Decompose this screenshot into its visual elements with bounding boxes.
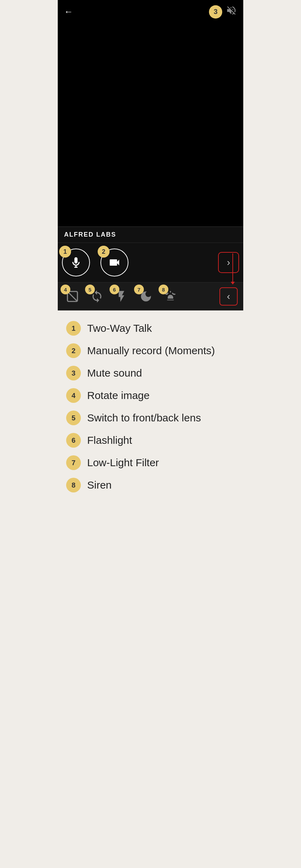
- legend-item: 1 Two-Way Talk: [66, 321, 235, 336]
- mic-button[interactable]: 1: [62, 248, 90, 276]
- legend-item: 3 Mute sound: [66, 366, 235, 380]
- legend-badge: 7: [66, 455, 81, 470]
- legend-label: Siren: [87, 479, 112, 491]
- badge-1: 1: [59, 246, 71, 258]
- legend-badge: 5: [66, 411, 81, 425]
- lowlight-button[interactable]: 7: [137, 287, 155, 306]
- camera-view: [58, 23, 243, 226]
- siren-button[interactable]: 8: [161, 287, 180, 306]
- badge-7: 7: [134, 285, 144, 294]
- legend-badge: 6: [66, 433, 81, 448]
- legend-item: 2 Manually record (Moments): [66, 343, 235, 358]
- legend-item: 6 Flashlight: [66, 433, 235, 448]
- mic-icon: [70, 256, 82, 269]
- flashlight-button[interactable]: 6: [112, 287, 131, 306]
- legend-label: Flashlight: [87, 434, 132, 446]
- secondary-controls-bar: 4 5 6 7: [58, 282, 243, 310]
- svg-line-1: [68, 292, 78, 302]
- video-icon: [108, 256, 121, 269]
- expand-button[interactable]: ›: [218, 252, 239, 273]
- badge-2: 2: [98, 246, 110, 258]
- legend-label: Two-Way Talk: [87, 322, 152, 334]
- badge-3: 3: [209, 5, 222, 19]
- back-button[interactable]: ←: [64, 6, 73, 17]
- brand-label: ALFRED LABS: [58, 226, 243, 243]
- legend-section: 1 Two-Way Talk 2 Manually record (Moment…: [58, 310, 243, 514]
- switch-lens-button[interactable]: 5: [88, 287, 106, 306]
- badge-8: 8: [159, 285, 168, 294]
- legend-label: Manually record (Moments): [87, 345, 215, 357]
- legend-item: 4 Rotate image: [66, 388, 235, 403]
- legend-badge: 3: [66, 366, 81, 380]
- legend-badge: 2: [66, 343, 81, 358]
- legend-item: 8 Siren: [66, 478, 235, 492]
- legend-badge: 1: [66, 321, 81, 336]
- legend-item: 5 Switch to front/back lens: [66, 411, 235, 425]
- badge-4: 4: [61, 285, 70, 294]
- legend-label: Switch to front/back lens: [87, 412, 201, 424]
- record-button[interactable]: 2: [100, 248, 128, 276]
- main-controls-bar: 1 2 ›: [58, 243, 243, 282]
- legend-badge: 8: [66, 478, 81, 492]
- top-bar: ← 3: [58, 0, 243, 23]
- legend-badge: 4: [66, 388, 81, 403]
- legend-label: Mute sound: [87, 367, 142, 379]
- badge-6: 6: [110, 285, 119, 294]
- legend-label: Rotate image: [87, 390, 149, 401]
- arrow-connector: [232, 253, 233, 282]
- collapse-button[interactable]: ‹: [219, 287, 238, 306]
- legend-label: Low-Light Filter: [87, 457, 159, 469]
- mute-icon[interactable]: [226, 5, 237, 19]
- badge-5: 5: [85, 285, 95, 294]
- legend-item: 7 Low-Light Filter: [66, 455, 235, 470]
- rotate-button[interactable]: 4: [63, 287, 82, 306]
- top-right-controls: 3: [209, 5, 237, 19]
